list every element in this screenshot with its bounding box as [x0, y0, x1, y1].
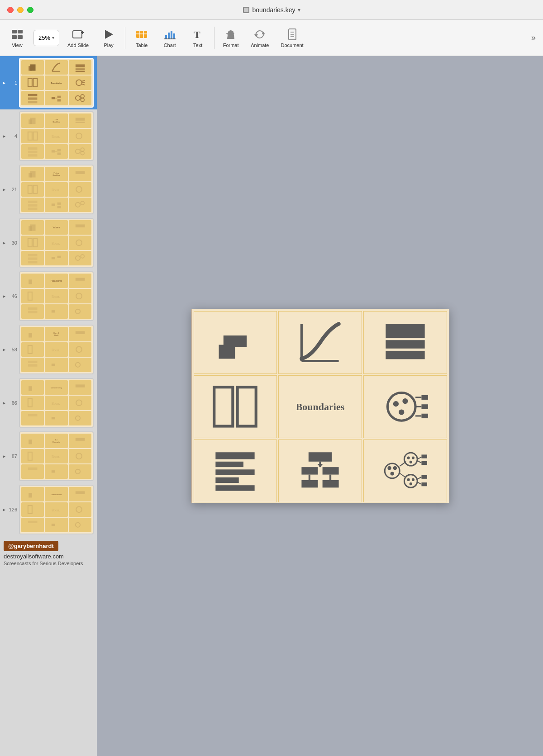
svg-rect-84	[30, 225, 36, 231]
svg-rect-15	[168, 33, 170, 39]
svg-marker-165	[317, 464, 323, 467]
svg-rect-125	[28, 452, 32, 460]
play-indicator-58: ▶	[3, 348, 5, 352]
document-button[interactable]: Document	[275, 24, 309, 52]
svg-point-74	[76, 187, 82, 193]
slide-cell-network	[363, 439, 447, 502]
zoom-button[interactable]: 25% ▾	[33, 30, 59, 46]
slide-number-1: 1	[6, 80, 17, 85]
svg-rect-17	[173, 33, 175, 39]
svg-point-114	[76, 363, 80, 367]
slide-item-58[interactable]: ▶ 58 Core &Shell Boun.	[0, 323, 97, 376]
svg-point-105	[76, 309, 80, 314]
title-dropdown-icon[interactable]: ▾	[298, 7, 300, 13]
toolbar-more-button[interactable]: »	[528, 29, 539, 46]
svg-rect-85	[76, 225, 85, 227]
chart-button[interactable]: Chart	[156, 24, 183, 52]
svg-rect-93	[52, 257, 55, 259]
play-indicator-46: ▶	[3, 294, 5, 298]
svg-rect-51	[30, 118, 36, 124]
slide-item-21[interactable]: ▶ 21 FixingDoubles Boun.	[0, 163, 97, 216]
svg-rect-44	[57, 99, 61, 102]
svg-rect-10	[136, 31, 147, 38]
slide-item-30[interactable]: ▶ 30 Values Boun.	[0, 216, 97, 269]
canvas-area: Boundaries	[97, 56, 543, 756]
svg-rect-183	[421, 455, 427, 458]
minimize-button[interactable]	[17, 7, 24, 13]
svg-point-45	[76, 96, 80, 100]
svg-rect-124	[76, 438, 85, 441]
svg-rect-161	[216, 477, 239, 483]
slide-panel: ▶ 1 Boundaries ▶ 4 TestDoubles	[0, 56, 97, 756]
window-title: boundaries.key ▾	[243, 6, 301, 14]
svg-line-48	[80, 96, 81, 98]
slide-item-46[interactable]: ▶ 46 Paradigms Boun.	[0, 269, 97, 323]
svg-rect-52	[76, 118, 85, 121]
svg-point-57	[76, 133, 82, 139]
slide-cell-curve	[278, 311, 362, 374]
svg-point-188	[412, 478, 414, 481]
svg-rect-31	[76, 71, 85, 72]
svg-point-189	[409, 482, 412, 485]
animate-button[interactable]: Animate	[245, 24, 274, 52]
svg-point-173	[387, 466, 391, 470]
maximize-button[interactable]	[27, 7, 33, 13]
slide-number-4: 4	[6, 133, 17, 139]
text-label: Text	[193, 43, 202, 48]
chart-icon	[163, 28, 176, 41]
slide-item-1[interactable]: ▶ 1 Boundaries	[0, 56, 97, 109]
svg-line-190	[417, 477, 421, 479]
svg-point-175	[390, 472, 394, 476]
play-button[interactable]: Play	[95, 24, 122, 52]
play-indicator-87: ▶	[3, 454, 5, 458]
table-label: Table	[136, 43, 148, 48]
svg-rect-75	[28, 201, 37, 203]
svg-point-172	[385, 463, 400, 478]
svg-point-110	[76, 347, 82, 353]
svg-text:Boun.: Boun.	[52, 455, 60, 459]
svg-rect-2	[12, 30, 17, 33]
table-button[interactable]: Table	[128, 24, 155, 52]
svg-rect-32	[28, 79, 32, 87]
svg-rect-40	[28, 101, 37, 103]
presenter-section: @garybernhardt destroyallsoftware.com Sc…	[0, 536, 97, 570]
svg-rect-146	[214, 387, 233, 426]
svg-rect-71	[28, 185, 32, 194]
text-button[interactable]: T Text	[184, 24, 211, 52]
svg-rect-123	[29, 439, 32, 444]
document-label: Document	[281, 43, 303, 48]
slide-item-87[interactable]: ▶ 87 AnExample Boun.	[0, 430, 97, 483]
svg-rect-107	[76, 331, 85, 334]
svg-rect-108	[28, 345, 32, 354]
svg-point-127	[76, 454, 82, 459]
svg-rect-99	[28, 292, 32, 300]
svg-rect-29	[76, 65, 85, 67]
view-button[interactable]: View	[4, 24, 31, 52]
slide-thumbnail-1: Boundaries	[19, 58, 94, 108]
svg-rect-77	[28, 208, 37, 210]
format-button[interactable]: Format	[217, 24, 244, 52]
svg-point-122	[76, 416, 80, 421]
svg-rect-5	[18, 35, 23, 39]
svg-point-180	[412, 457, 414, 459]
svg-rect-103	[28, 311, 37, 313]
add-slide-button[interactable]: Add Slide	[62, 24, 94, 52]
slide-item-66[interactable]: ▶ 66 Concurrency Boun.	[0, 376, 97, 430]
slide-thumbnail-66: Concurrency Boun.	[19, 378, 94, 428]
slide-item-126[interactable]: ▶ 126 Connections Boun.	[0, 483, 97, 536]
svg-rect-33	[33, 79, 37, 87]
text-icon: T	[191, 28, 204, 41]
slide-item-4[interactable]: ▶ 4 TestDoubles Boun.	[0, 109, 97, 163]
svg-rect-193	[421, 482, 427, 486]
view-icon	[11, 28, 24, 41]
svg-rect-41	[52, 97, 55, 99]
svg-rect-39	[28, 98, 37, 100]
svg-text:Boun.: Boun.	[52, 188, 60, 192]
svg-rect-133	[28, 506, 32, 514]
svg-rect-137	[52, 524, 55, 526]
close-button[interactable]	[7, 7, 14, 13]
slide-thumbnail-30: Values Boun.	[19, 218, 94, 268]
svg-point-130	[76, 469, 80, 474]
svg-rect-4	[12, 35, 17, 39]
svg-rect-3	[18, 30, 23, 33]
